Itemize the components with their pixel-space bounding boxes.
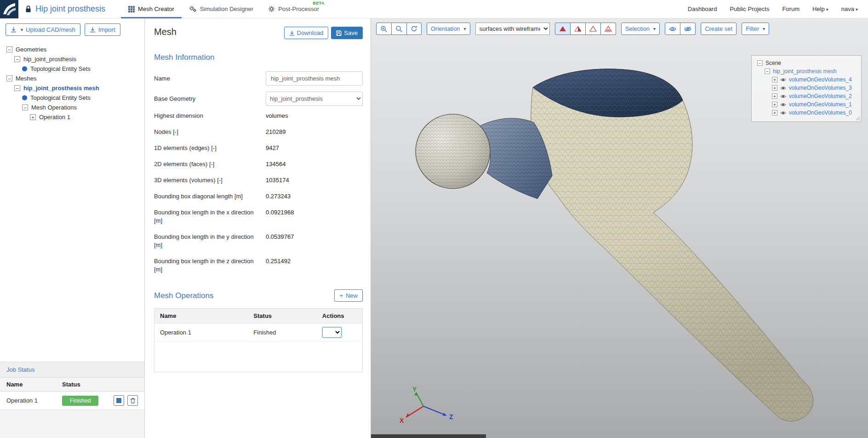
tree-node-meshes[interactable]: − Meshes bbox=[0, 74, 144, 83]
collapse-icon[interactable]: − bbox=[22, 104, 28, 110]
download-button[interactable]: Download bbox=[284, 27, 329, 39]
expand-icon[interactable]: + bbox=[772, 77, 777, 82]
main-tabs: Mesh Creator Simulation Designer BETA bbox=[121, 0, 326, 18]
scene-volume-label[interactable]: volumeOnGeoVolumes_2 bbox=[789, 93, 852, 99]
triangle-hatched-icon bbox=[605, 26, 612, 32]
nav-user-menu[interactable]: nava▾ bbox=[841, 6, 858, 12]
collapse-icon[interactable]: − bbox=[6, 75, 12, 81]
zoom-in-button[interactable] bbox=[376, 23, 392, 35]
tree-node-hip-joint-prosthesis-mesh[interactable]: − hip_joint_prosthesis mesh bbox=[0, 83, 144, 93]
entity-set-icon bbox=[22, 66, 27, 71]
stop-job-button[interactable] bbox=[114, 395, 124, 406]
tab-simulation-designer[interactable]: Simulation Designer bbox=[182, 0, 261, 18]
visibility-eye-icon[interactable] bbox=[780, 111, 786, 115]
zoom-fit-button[interactable] bbox=[392, 23, 407, 35]
field-value: 0.0539767 bbox=[266, 233, 294, 241]
scene-volume-node-3[interactable]: + volumeOnGeoVolumes_3 bbox=[754, 84, 859, 92]
scene-volume-node-0[interactable]: + volumeOnGeoVolumes_0 bbox=[754, 109, 859, 117]
orientation-dropdown[interactable]: Orientation ▾ bbox=[427, 23, 470, 35]
visibility-eye-icon[interactable] bbox=[780, 94, 786, 98]
tree-node-geometries[interactable]: − Geometries bbox=[0, 45, 144, 54]
job-row-operation-1: Operation 1 Finished bbox=[0, 392, 144, 409]
tree-node-geometry-hip-joint-prosthesis[interactable]: − hip_joint_prosthesis bbox=[0, 54, 144, 64]
upload-icon bbox=[11, 27, 17, 33]
field-label: Bounding box length in the x direction [… bbox=[154, 208, 266, 225]
resize-handle-icon[interactable] bbox=[856, 116, 860, 121]
collapse-icon[interactable]: − bbox=[14, 56, 20, 62]
viewport-3d[interactable]: Orientation ▾ surfaces with wireframe bbox=[371, 18, 868, 438]
tree-label: hip_joint_prosthesis bbox=[23, 56, 76, 63]
render-mode-select[interactable]: surfaces with wireframe bbox=[475, 23, 550, 35]
base-geometry-select[interactable]: hip_joint_prosthesis bbox=[266, 92, 363, 106]
show-selected-button[interactable] bbox=[665, 23, 680, 35]
scene-volume-node-4[interactable]: + volumeOnGeoVolumes_4 bbox=[754, 75, 859, 84]
scene-volume-label[interactable]: volumeOnGeoVolumes_4 bbox=[789, 76, 852, 83]
scene-volume-node-1[interactable]: + volumeOnGeoVolumes_1 bbox=[754, 100, 859, 109]
tree-node-topological-entity-sets[interactable]: Topological Entity Sets bbox=[0, 64, 144, 74]
tab-post-processor[interactable]: BETA Post-Processor bbox=[261, 0, 326, 18]
scene-volume-node-2[interactable]: + volumeOnGeoVolumes_2 bbox=[754, 92, 859, 100]
scene-volume-label[interactable]: volumeOnGeoVolumes_3 bbox=[789, 85, 852, 91]
filter-dropdown[interactable]: Filter ▾ bbox=[742, 23, 769, 35]
triangle-filled-icon bbox=[559, 26, 566, 32]
job-col-status: Status bbox=[62, 381, 80, 388]
mesh-quality-hatched-toggle[interactable] bbox=[601, 23, 616, 35]
new-operation-button[interactable]: + New bbox=[334, 289, 363, 302]
mesh-quality-outline-toggle[interactable] bbox=[586, 23, 601, 35]
tree-node-operation-1[interactable]: + Operation 1 bbox=[0, 112, 144, 122]
visibility-eye-icon[interactable] bbox=[780, 103, 786, 107]
create-set-button[interactable]: Create set bbox=[701, 23, 737, 35]
nav-forum[interactable]: Forum bbox=[782, 6, 799, 12]
save-button[interactable]: Save bbox=[331, 27, 363, 39]
stop-icon bbox=[116, 398, 121, 403]
mesh-name-input[interactable] bbox=[266, 71, 363, 86]
expand-icon[interactable]: + bbox=[772, 85, 777, 91]
scene-volume-label[interactable]: volumeOnGeoVolumes_1 bbox=[789, 101, 852, 108]
collapse-icon[interactable]: − bbox=[14, 85, 20, 91]
collapse-icon[interactable]: − bbox=[765, 69, 770, 74]
import-button[interactable]: Import bbox=[85, 23, 120, 36]
upload-cad-mesh-button[interactable]: ▾ Upload CAD/mesh bbox=[6, 23, 80, 36]
job-filler bbox=[0, 409, 144, 438]
hide-selected-button[interactable] bbox=[680, 23, 696, 35]
nav-dashboard[interactable]: Dashboard bbox=[688, 6, 717, 12]
scene-tree-overlay: − Scene − hip_joint_prosthesis mesh + vo… bbox=[751, 55, 862, 122]
field-label: Bounding box length in the y direction [… bbox=[154, 233, 266, 249]
expand-icon[interactable]: + bbox=[772, 102, 777, 107]
expand-icon[interactable]: + bbox=[772, 110, 777, 115]
mesh-operations-table: Name Status Actions Operation 1 Finished bbox=[154, 308, 363, 372]
field-value: volumes bbox=[266, 112, 288, 120]
expand-icon[interactable]: + bbox=[772, 93, 777, 99]
delete-job-button[interactable] bbox=[127, 395, 138, 406]
scene-volume-label[interactable]: volumeOnGeoVolumes_0 bbox=[789, 110, 852, 116]
eye-icon bbox=[669, 26, 676, 32]
refresh-icon bbox=[411, 25, 417, 32]
field-label: Highest dimension bbox=[154, 112, 266, 120]
field-bbox-diagonal: Bounding box diagonal length [m] 0.27324… bbox=[154, 192, 363, 201]
visibility-eye-icon[interactable] bbox=[780, 78, 786, 82]
mesh-quality-filled-toggle[interactable] bbox=[555, 23, 571, 35]
nav-public-projects[interactable]: Public Projects bbox=[730, 6, 769, 12]
expand-icon[interactable]: + bbox=[30, 114, 36, 120]
caret-down-icon: ▾ bbox=[763, 26, 765, 31]
tree-node-mesh-topological-entity-sets[interactable]: Topological Entity Sets bbox=[0, 93, 144, 103]
ops-table-empty-area bbox=[154, 342, 363, 372]
mesh-quality-half-toggle[interactable] bbox=[571, 23, 586, 35]
nav-help-menu[interactable]: Help▾ bbox=[812, 6, 828, 12]
selection-label: Selection bbox=[625, 25, 650, 32]
scene-root-node[interactable]: − Scene bbox=[754, 59, 859, 67]
field-value: 0.273243 bbox=[266, 192, 291, 201]
refresh-view-button[interactable] bbox=[407, 23, 422, 35]
app-logo[interactable] bbox=[0, 0, 18, 18]
selection-dropdown[interactable]: Selection ▾ bbox=[621, 23, 660, 35]
operation-actions-select[interactable] bbox=[322, 327, 342, 338]
visibility-eye-icon[interactable] bbox=[780, 86, 786, 90]
caret-down-icon: ▾ bbox=[464, 26, 466, 31]
tree-node-mesh-operations[interactable]: − Mesh Operations bbox=[0, 103, 144, 112]
tab-mesh-creator[interactable]: Mesh Creator bbox=[121, 0, 182, 18]
scene-mesh-node[interactable]: − hip_joint_prosthesis mesh bbox=[754, 67, 859, 75]
collapse-icon[interactable]: − bbox=[6, 46, 12, 52]
panel-actions: Download Save bbox=[284, 27, 363, 39]
ops-row-operation-1[interactable]: Operation 1 Finished bbox=[154, 323, 363, 342]
collapse-icon[interactable]: − bbox=[757, 60, 763, 66]
